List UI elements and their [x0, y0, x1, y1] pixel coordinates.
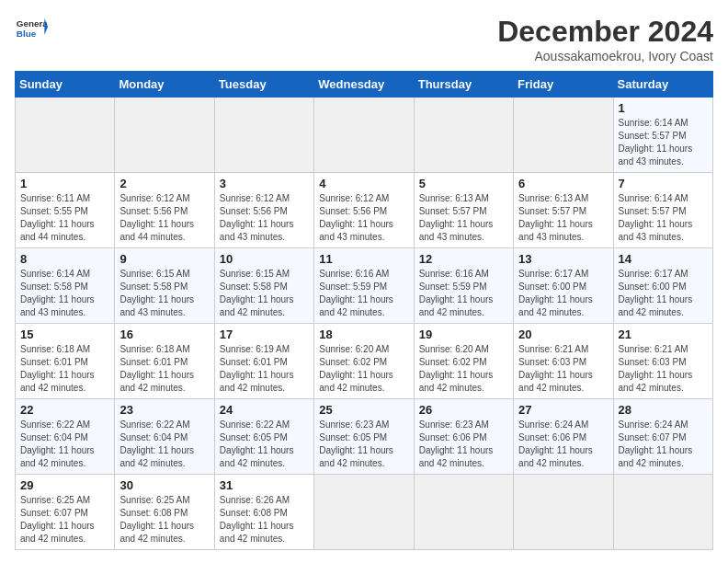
- day-info: Sunrise: 6:20 AMSunset: 6:02 PMDaylight:…: [319, 344, 393, 393]
- col-header-wednesday: Wednesday: [314, 72, 414, 98]
- calendar-cell: 25 Sunrise: 6:23 AMSunset: 6:05 PMDaylig…: [314, 399, 414, 475]
- calendar-week-0: 1 Sunrise: 6:14 AMSunset: 5:57 PMDayligh…: [16, 98, 713, 173]
- calendar-cell: 9 Sunrise: 6:15 AMSunset: 5:58 PMDayligh…: [115, 248, 214, 324]
- calendar-cell: [414, 475, 513, 550]
- day-info: Sunrise: 6:21 AMSunset: 6:03 PMDaylight:…: [518, 344, 593, 393]
- day-number: 27: [518, 403, 608, 417]
- calendar-cell: [214, 98, 313, 173]
- day-number: 25: [319, 403, 408, 417]
- calendar-cell: 31 Sunrise: 6:26 AMSunset: 6:08 PMDaylig…: [214, 475, 313, 550]
- calendar-cell: [115, 98, 214, 173]
- calendar-cell: 22 Sunrise: 6:22 AMSunset: 6:04 PMDaylig…: [16, 399, 115, 475]
- day-number: 31: [220, 478, 309, 492]
- title-block: December 2024 Aoussakamoekrou, Ivory Coa…: [497, 15, 713, 63]
- col-header-thursday: Thursday: [414, 72, 513, 98]
- day-number: 10: [220, 252, 309, 266]
- calendar-header-row: SundayMondayTuesdayWednesdayThursdayFrid…: [16, 72, 713, 98]
- calendar-cell: [314, 98, 414, 173]
- day-info: Sunrise: 6:22 AMSunset: 6:04 PMDaylight:…: [119, 419, 194, 468]
- day-number: 22: [20, 403, 109, 417]
- day-number: 1: [20, 177, 109, 190]
- calendar-cell: [514, 475, 613, 550]
- day-info: Sunrise: 6:15 AMSunset: 5:58 PMDaylight:…: [119, 269, 194, 317]
- calendar-cell: [314, 475, 414, 550]
- day-info: Sunrise: 6:25 AMSunset: 6:08 PMDaylight:…: [119, 495, 194, 544]
- day-info: Sunrise: 6:16 AMSunset: 5:59 PMDaylight:…: [319, 269, 393, 317]
- day-info: Sunrise: 6:11 AMSunset: 5:55 PMDaylight:…: [20, 193, 95, 242]
- calendar-week-5: 29 Sunrise: 6:25 AMSunset: 6:07 PMDaylig…: [16, 475, 713, 550]
- calendar-week-2: 8 Sunrise: 6:14 AMSunset: 5:58 PMDayligh…: [16, 248, 713, 324]
- calendar-cell: 2 Sunrise: 6:12 AMSunset: 5:56 PMDayligh…: [115, 173, 214, 248]
- day-number: 9: [119, 252, 209, 266]
- month-title: December 2024: [497, 15, 713, 49]
- day-info: Sunrise: 6:21 AMSunset: 6:03 PMDaylight:…: [619, 344, 693, 393]
- day-number: 13: [518, 252, 608, 266]
- day-info: Sunrise: 6:15 AMSunset: 5:58 PMDaylight:…: [220, 269, 294, 317]
- day-number: 6: [518, 177, 608, 190]
- calendar-week-1: 1 Sunrise: 6:11 AMSunset: 5:55 PMDayligh…: [16, 173, 713, 248]
- calendar-cell: 16 Sunrise: 6:18 AMSunset: 6:01 PMDaylig…: [115, 324, 214, 399]
- calendar-cell: 12 Sunrise: 6:16 AMSunset: 5:59 PMDaylig…: [414, 248, 513, 324]
- calendar-cell: 11 Sunrise: 6:16 AMSunset: 5:59 PMDaylig…: [314, 248, 414, 324]
- day-number: 23: [119, 403, 209, 417]
- day-number: 20: [518, 327, 608, 341]
- day-number: 7: [619, 177, 708, 190]
- location: Aoussakamoekrou, Ivory Coast: [497, 49, 713, 63]
- svg-text:Blue: Blue: [17, 29, 37, 39]
- calendar-cell: [613, 475, 712, 550]
- col-header-monday: Monday: [115, 72, 214, 98]
- calendar-cell: 5 Sunrise: 6:13 AMSunset: 5:57 PMDayligh…: [414, 173, 513, 248]
- calendar-cell: 30 Sunrise: 6:25 AMSunset: 6:08 PMDaylig…: [115, 475, 214, 550]
- day-info: Sunrise: 6:24 AMSunset: 6:06 PMDaylight:…: [518, 419, 593, 468]
- calendar-cell: 3 Sunrise: 6:12 AMSunset: 5:56 PMDayligh…: [214, 173, 313, 248]
- day-number: 19: [419, 327, 508, 341]
- day-info: Sunrise: 6:13 AMSunset: 5:57 PMDaylight:…: [419, 193, 494, 242]
- day-info: Sunrise: 6:26 AMSunset: 6:08 PMDaylight:…: [220, 495, 294, 544]
- col-header-friday: Friday: [514, 72, 613, 98]
- calendar-cell: 4 Sunrise: 6:12 AMSunset: 5:56 PMDayligh…: [314, 173, 414, 248]
- calendar-cell: [16, 98, 115, 173]
- calendar-cell: 20 Sunrise: 6:21 AMSunset: 6:03 PMDaylig…: [514, 324, 613, 399]
- calendar-cell: 23 Sunrise: 6:22 AMSunset: 6:04 PMDaylig…: [115, 399, 214, 475]
- day-info: Sunrise: 6:13 AMSunset: 5:57 PMDaylight:…: [518, 193, 593, 242]
- day-info: Sunrise: 6:17 AMSunset: 6:00 PMDaylight:…: [619, 269, 693, 317]
- calendar-cell: 7 Sunrise: 6:14 AMSunset: 5:57 PMDayligh…: [613, 173, 712, 248]
- day-info: Sunrise: 6:23 AMSunset: 6:06 PMDaylight:…: [419, 419, 494, 468]
- page-header: General Blue December 2024 Aoussakamoekr…: [15, 15, 713, 63]
- svg-text:General: General: [17, 18, 48, 29]
- day-number: 4: [319, 177, 408, 190]
- calendar-week-3: 15 Sunrise: 6:18 AMSunset: 6:01 PMDaylig…: [16, 324, 713, 399]
- day-number: 2: [119, 177, 209, 190]
- day-number: 18: [319, 327, 408, 341]
- day-number: 14: [619, 252, 708, 266]
- calendar-cell: 8 Sunrise: 6:14 AMSunset: 5:58 PMDayligh…: [16, 248, 115, 324]
- day-number: 24: [220, 403, 309, 417]
- day-info: Sunrise: 6:12 AMSunset: 5:56 PMDaylight:…: [220, 193, 294, 242]
- calendar-cell: 21 Sunrise: 6:21 AMSunset: 6:03 PMDaylig…: [613, 324, 712, 399]
- col-header-saturday: Saturday: [613, 72, 712, 98]
- day-number: 17: [220, 327, 309, 341]
- day-number: 1: [619, 101, 708, 115]
- calendar-cell: 14 Sunrise: 6:17 AMSunset: 6:00 PMDaylig…: [613, 248, 712, 324]
- calendar-week-4: 22 Sunrise: 6:22 AMSunset: 6:04 PMDaylig…: [16, 399, 713, 475]
- day-info: Sunrise: 6:18 AMSunset: 6:01 PMDaylight:…: [119, 344, 194, 393]
- calendar-cell: 24 Sunrise: 6:22 AMSunset: 6:05 PMDaylig…: [214, 399, 313, 475]
- calendar-cell: 19 Sunrise: 6:20 AMSunset: 6:02 PMDaylig…: [414, 324, 513, 399]
- logo-icon: General Blue: [15, 15, 48, 40]
- day-info: Sunrise: 6:25 AMSunset: 6:07 PMDaylight:…: [20, 495, 95, 544]
- day-number: 21: [619, 327, 708, 341]
- calendar-cell: 1 Sunrise: 6:11 AMSunset: 5:55 PMDayligh…: [16, 173, 115, 248]
- calendar-cell: 13 Sunrise: 6:17 AMSunset: 6:00 PMDaylig…: [514, 248, 613, 324]
- calendar-cell: 26 Sunrise: 6:23 AMSunset: 6:06 PMDaylig…: [414, 399, 513, 475]
- day-number: 29: [20, 478, 109, 492]
- day-info: Sunrise: 6:22 AMSunset: 6:04 PMDaylight:…: [20, 419, 95, 468]
- day-number: 8: [20, 252, 109, 266]
- calendar-table: SundayMondayTuesdayWednesdayThursdayFrid…: [15, 71, 713, 550]
- day-info: Sunrise: 6:12 AMSunset: 5:56 PMDaylight:…: [319, 193, 393, 242]
- logo: General Blue: [15, 15, 48, 40]
- day-info: Sunrise: 6:14 AMSunset: 5:57 PMDaylight:…: [619, 193, 693, 242]
- day-number: 5: [419, 177, 508, 190]
- calendar-cell: 6 Sunrise: 6:13 AMSunset: 5:57 PMDayligh…: [514, 173, 613, 248]
- day-info: Sunrise: 6:17 AMSunset: 6:00 PMDaylight:…: [518, 269, 593, 317]
- day-number: 26: [419, 403, 508, 417]
